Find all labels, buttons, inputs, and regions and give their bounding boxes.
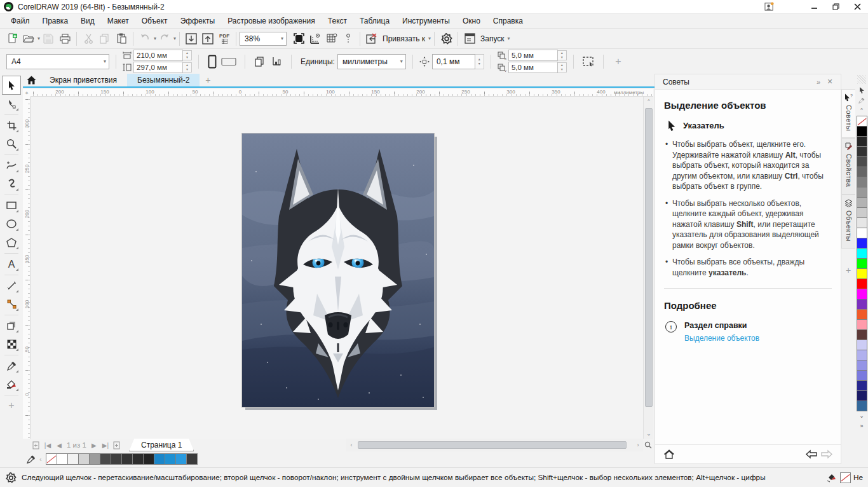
help-topic-link[interactable]: Выделение объектов [684,334,759,343]
menu-item-5[interactable]: Эффекты [175,15,221,27]
add-page-end-button[interactable] [111,439,123,451]
color-swatch[interactable] [57,453,68,465]
docker-collapse-icon[interactable]: » [813,78,824,86]
palette-drag-handle[interactable] [857,75,866,84]
color-swatch[interactable] [857,329,867,340]
open-button[interactable] [20,31,37,47]
menu-item-3[interactable]: Макет [102,15,135,27]
color-swatch[interactable] [857,278,867,289]
ruler-origin[interactable]: ⌖ [23,89,31,97]
launch-dropdown[interactable]: ▾ [508,36,510,41]
add-docker-button[interactable]: + [846,265,851,275]
new-document-button[interactable] [4,31,20,47]
palette-scroll-left-icon[interactable]: ‹ [39,455,42,463]
color-swatch[interactable] [857,268,867,279]
launch-label[interactable]: Запуск [480,34,505,43]
snap-off-icon[interactable] [363,31,380,47]
color-swatch[interactable] [857,350,867,360]
launcher-icon[interactable] [461,31,478,47]
polygon-tool[interactable] [3,233,20,251]
crop-tool[interactable] [3,116,20,134]
menu-item-8[interactable]: Таблица [354,15,395,27]
status-gear-icon[interactable] [5,472,17,483]
dimension-tool[interactable] [3,277,20,294]
interactive-fill-tool[interactable] [3,375,20,393]
units-input[interactable] [342,57,400,66]
menu-item-2[interactable]: Вид [75,15,100,27]
duplicate-y-spinner[interactable]: ▴▾ [558,62,567,72]
page-width-field[interactable]: 210,0 мм [133,50,183,61]
ellipse-tool[interactable] [3,215,20,233]
palette-scroll-down-icon[interactable]: ⌄ [859,411,864,421]
color-swatch[interactable] [857,207,867,218]
color-swatch[interactable] [857,156,867,167]
copy-button[interactable] [97,31,113,47]
palette-pointer-icon[interactable] [859,85,865,95]
fullscreen-preview-button[interactable] [290,31,307,47]
color-swatch[interactable] [857,370,867,381]
vertical-scroll-thumb[interactable] [645,108,653,407]
horizontal-scrollbar[interactable]: ‹ › [346,439,643,451]
drop-shadow-tool[interactable] [3,317,20,334]
color-swatch[interactable] [857,258,867,269]
nudge-field[interactable]: 0,1 мм [432,54,475,69]
color-swatch[interactable] [857,126,867,137]
color-swatch[interactable] [857,228,867,238]
palette-eyedropper-icon[interactable] [27,455,36,464]
current-page-size-button[interactable] [252,53,268,70]
menu-item-7[interactable]: Текст [322,15,353,27]
color-swatch[interactable] [857,340,867,350]
show-grid-button[interactable] [323,31,340,47]
export-button[interactable] [200,31,216,47]
show-guidelines-button[interactable] [340,31,356,47]
color-swatch[interactable] [186,453,198,465]
docker-close-icon[interactable]: ✕ [824,78,836,86]
units-dropdown[interactable]: ▾ [400,58,403,64]
rectangle-tool[interactable] [3,196,20,214]
restore-button[interactable] [825,0,846,14]
minimize-button[interactable] [803,0,825,14]
color-swatch[interactable] [143,453,154,465]
no-color-swatch[interactable] [46,453,57,465]
zoom-level-combo[interactable]: ▾ [240,32,287,46]
color-swatch[interactable] [857,136,867,147]
tab-hints[interactable]: ? Советы [841,89,855,138]
last-page-button[interactable]: ▶| [100,439,111,451]
hints-back-icon[interactable] [804,449,819,459]
color-swatch[interactable] [78,453,90,465]
save-button[interactable] [40,31,57,47]
all-pages-size-button[interactable] [268,53,285,70]
color-swatch[interactable] [89,453,100,465]
duplicate-y-field[interactable]: 5,0 мм [508,62,558,73]
color-swatch[interactable] [857,177,867,188]
document-tab-1[interactable]: Безымянный-2 [127,74,200,86]
color-swatch[interactable] [857,319,867,330]
horizontal-scroll-track[interactable] [356,440,633,450]
horizontal-scroll-thumb[interactable] [358,441,627,449]
color-swatch[interactable] [857,217,867,228]
first-page-button[interactable]: |◀ [42,439,53,451]
color-swatch[interactable] [857,309,867,320]
units-combo[interactable]: ▾ [337,54,406,69]
freehand-tool[interactable] [3,156,20,174]
color-swatch[interactable] [165,453,176,465]
redo-dropdown[interactable]: ▾ [173,36,176,41]
menu-item-1[interactable]: Правка [37,15,74,27]
palette-eyedropper-icon[interactable] [858,95,865,106]
page-size-preset-input[interactable] [11,57,103,66]
scroll-left-icon[interactable]: ‹ [346,440,356,450]
snap-to-dropdown[interactable]: ▾ [428,36,431,41]
zoom-tool[interactable] [3,135,20,153]
color-swatch[interactable] [100,453,111,465]
cut-button[interactable] [80,31,97,47]
color-swatch[interactable] [857,299,867,310]
vertical-scrollbar[interactable]: ⌃ ⌄ [643,97,653,439]
color-swatch[interactable] [857,248,867,259]
portrait-button[interactable] [205,53,219,71]
menu-item-4[interactable]: Объект [136,15,173,27]
fill-indicator-icon[interactable] [827,472,837,483]
undo-button[interactable] [137,31,153,47]
home-icon[interactable] [23,74,39,86]
text-tool[interactable]: A [3,255,20,273]
page-width-spinner[interactable]: ▴▾ [183,50,192,60]
